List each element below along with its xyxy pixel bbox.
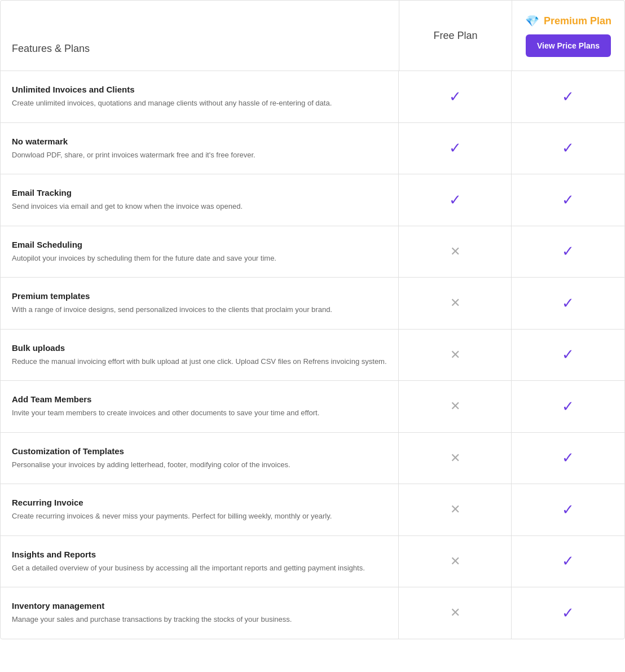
feature-description: Customization of Templates Personalise y… xyxy=(1,433,399,484)
feature-description: Premium templates With a range of invoic… xyxy=(1,278,399,329)
feature-title: Customization of Templates xyxy=(12,446,387,456)
check-icon: ✓ xyxy=(449,191,461,209)
check-icon: ✓ xyxy=(562,398,574,415)
free-plan-label: Free Plan xyxy=(433,30,477,42)
premium-plan-check: ✓ xyxy=(512,536,624,587)
feature-description: Bulk uploads Reduce the manual invoicing… xyxy=(1,330,399,381)
pricing-table: Features & Plans Free Plan 💎 Premium Pla… xyxy=(0,0,625,639)
free-plan-check: ✕ xyxy=(399,330,512,381)
free-plan-check: ✓ xyxy=(399,174,512,226)
feature-title: Unlimited Invoices and Clients xyxy=(12,85,387,94)
features-plans-label: Features & Plans xyxy=(12,43,90,55)
check-icon: ✓ xyxy=(449,88,461,106)
cross-icon: ✕ xyxy=(450,296,460,310)
feature-desc-text: Invite your team members to create invoi… xyxy=(12,407,387,419)
feature-title: Bulk uploads xyxy=(12,343,387,353)
check-icon: ✓ xyxy=(562,552,574,570)
premium-plan-check: ✓ xyxy=(512,484,624,535)
premium-plan-check: ✓ xyxy=(512,381,624,432)
feature-desc-text: Send invoices via email and get to know … xyxy=(12,201,387,212)
check-icon: ✓ xyxy=(562,243,574,260)
feature-desc-text: Reduce the manual invoicing effort with … xyxy=(12,356,387,367)
check-icon: ✓ xyxy=(562,139,574,157)
check-icon: ✓ xyxy=(562,449,574,467)
cross-icon: ✕ xyxy=(450,502,460,517)
feature-title: Inventory management xyxy=(12,601,387,610)
premium-plan-check: ✓ xyxy=(512,587,624,639)
premium-plan-label: Premium Plan xyxy=(544,15,611,27)
premium-plan-check: ✓ xyxy=(512,226,624,278)
premium-plan-check: ✓ xyxy=(512,123,624,174)
cross-icon: ✕ xyxy=(450,244,460,259)
free-plan-check: ✕ xyxy=(399,484,512,535)
free-plan-check: ✕ xyxy=(399,587,512,639)
feature-desc-text: Autopilot your invoices by scheduling th… xyxy=(12,253,387,264)
feature-title: No watermark xyxy=(12,137,387,146)
check-icon: ✓ xyxy=(562,295,574,312)
cross-icon: ✕ xyxy=(450,605,460,620)
check-icon: ✓ xyxy=(562,604,574,622)
feature-description: Recurring Invoice Create recurring invoi… xyxy=(1,484,399,535)
cross-icon: ✕ xyxy=(450,348,460,362)
feature-desc-text: Create recurring invoices & never miss y… xyxy=(12,511,387,522)
feature-row: Inventory management Manage your sales a… xyxy=(1,587,624,639)
premium-plan-check: ✓ xyxy=(512,71,624,122)
feature-description: Unlimited Invoices and Clients Create un… xyxy=(1,71,399,122)
feature-row: Insights and Reports Get a detailed over… xyxy=(1,536,624,588)
feature-desc-text: Create unlimited invoices, quotations an… xyxy=(12,98,387,109)
feature-row: Recurring Invoice Create recurring invoi… xyxy=(1,484,624,536)
feature-row: Unlimited Invoices and Clients Create un… xyxy=(1,71,624,123)
cross-icon: ✕ xyxy=(450,554,460,569)
free-plan-check: ✕ xyxy=(399,226,512,278)
feature-row: Premium templates With a range of invoic… xyxy=(1,278,624,330)
feature-row: Add Team Members Invite your team member… xyxy=(1,381,624,433)
feature-desc-text: Personalise your invoices by adding lett… xyxy=(12,459,387,471)
check-icon: ✓ xyxy=(562,346,574,363)
feature-title: Email Tracking xyxy=(12,188,387,197)
free-plan-check: ✕ xyxy=(399,536,512,587)
free-plan-header-cell: Free Plan xyxy=(399,1,512,71)
cross-icon: ✕ xyxy=(450,399,460,414)
diamond-icon: 💎 xyxy=(525,14,539,28)
feature-row: Email Scheduling Autopilot your invoices… xyxy=(1,226,624,278)
free-plan-check: ✕ xyxy=(399,433,512,484)
feature-description: Email Scheduling Autopilot your invoices… xyxy=(1,226,399,278)
premium-plan-title: 💎 Premium Plan xyxy=(525,14,611,28)
premium-plan-check: ✓ xyxy=(512,278,624,329)
premium-plan-check: ✓ xyxy=(512,174,624,226)
check-icon: ✓ xyxy=(562,501,574,519)
free-plan-check: ✕ xyxy=(399,381,512,432)
free-plan-check: ✓ xyxy=(399,71,512,122)
check-icon: ✓ xyxy=(562,88,574,106)
feature-row: Customization of Templates Personalise y… xyxy=(1,433,624,485)
feature-title: Insights and Reports xyxy=(12,550,387,559)
feature-row: Bulk uploads Reduce the manual invoicing… xyxy=(1,330,624,381)
feature-description: Add Team Members Invite your team member… xyxy=(1,381,399,432)
feature-description: No watermark Donwload PDF, share, or pri… xyxy=(1,123,399,174)
check-icon: ✓ xyxy=(449,139,461,157)
feature-row: No watermark Donwload PDF, share, or pri… xyxy=(1,123,624,175)
feature-description: Inventory management Manage your sales a… xyxy=(1,587,399,639)
feature-title: Recurring Invoice xyxy=(12,498,387,507)
feature-title: Add Team Members xyxy=(12,394,387,404)
feature-row: Email Tracking Send invoices via email a… xyxy=(1,174,624,226)
feature-desc-text: Donwload PDF, share, or print invoices w… xyxy=(12,150,387,161)
free-plan-check: ✕ xyxy=(399,278,512,329)
free-plan-check: ✓ xyxy=(399,123,512,174)
feature-desc-text: Get a detailed overview of your business… xyxy=(12,563,387,574)
feature-title: Email Scheduling xyxy=(12,240,387,249)
view-price-plans-button[interactable]: View Price Plans xyxy=(526,34,611,57)
feature-description: Insights and Reports Get a detailed over… xyxy=(1,536,399,587)
check-icon: ✓ xyxy=(562,191,574,209)
features-rows: Unlimited Invoices and Clients Create un… xyxy=(1,71,624,639)
feature-desc-text: Manage your sales and purchase transacti… xyxy=(12,614,387,625)
table-header: Features & Plans Free Plan 💎 Premium Pla… xyxy=(1,1,624,71)
feature-desc-text: With a range of invoice designs, send pe… xyxy=(12,304,387,315)
feature-title: Premium templates xyxy=(12,291,387,301)
premium-plan-check: ✓ xyxy=(512,433,624,484)
feature-description: Email Tracking Send invoices via email a… xyxy=(1,174,399,226)
features-header-cell: Features & Plans xyxy=(1,1,399,71)
premium-plan-header-cell: 💎 Premium Plan View Price Plans xyxy=(512,1,624,71)
premium-plan-check: ✓ xyxy=(512,330,624,381)
cross-icon: ✕ xyxy=(450,451,460,465)
